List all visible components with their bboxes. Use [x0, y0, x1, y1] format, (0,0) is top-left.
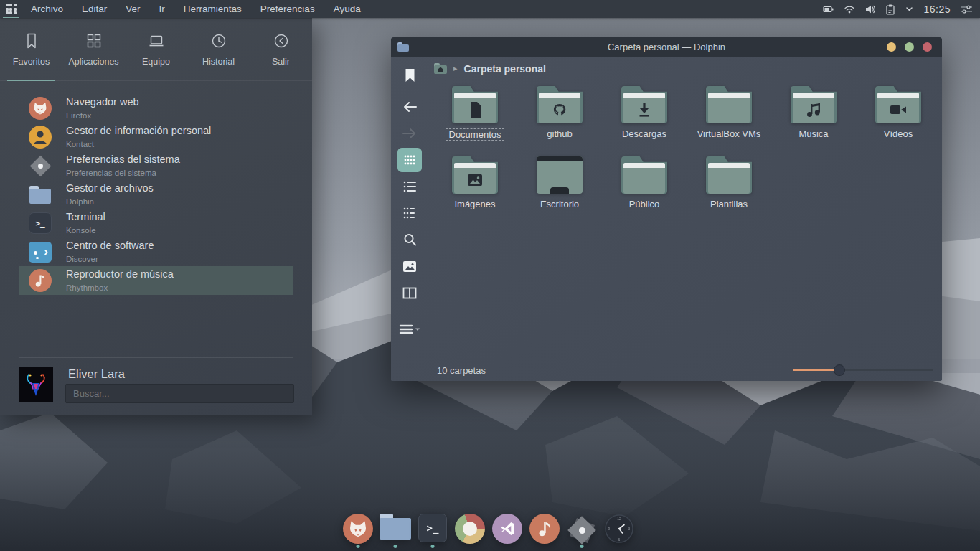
folder-label: Música: [796, 128, 831, 139]
folder-imagenes[interactable]: Imágenes: [433, 156, 517, 227]
battery-icon[interactable]: [823, 4, 834, 15]
close-button[interactable]: [923, 42, 932, 52]
breadcrumb-location[interactable]: Carpeta personal: [464, 63, 546, 75]
app-item-konsole[interactable]: >_ TerminalKonsole: [19, 209, 293, 237]
tab-aplicaciones[interactable]: Aplicaciones: [62, 18, 125, 80]
window-folder-icon: [397, 42, 409, 52]
preview-icon[interactable]: [397, 254, 422, 278]
zoom-slider[interactable]: [793, 364, 933, 376]
folder-label: VirtualBox VMs: [694, 128, 764, 139]
icons-view-icon[interactable]: [397, 148, 422, 172]
titlebar[interactable]: Carpeta personal — Dolphin: [391, 37, 942, 57]
folder-musica[interactable]: Música: [771, 86, 856, 156]
folder-videos[interactable]: Vídeos: [856, 86, 941, 156]
dock-item-file-manager[interactable]: [380, 512, 410, 550]
file-manager-icon: [29, 183, 52, 206]
dock-item-music-player[interactable]: [529, 512, 560, 550]
menu-archivo[interactable]: Archivo: [22, 0, 72, 18]
tab-historial[interactable]: Historial: [187, 18, 250, 80]
app-title: Preferencias del sistema: [66, 154, 180, 165]
folder-icon-download: [621, 86, 667, 123]
app-item-discover[interactable]: › Centro de softwareDiscover: [19, 237, 293, 266]
menu-herramientas[interactable]: Herramientas: [174, 0, 251, 18]
app-title: Gestor de información personal: [66, 125, 211, 136]
folder-label: Documentos: [446, 128, 505, 141]
folder-documentos[interactable]: Documentos: [433, 86, 517, 156]
favorites-list: Navegador webFirefox Gestor de informaci…: [0, 94, 312, 295]
breadcrumb: ▸ Carpeta personal: [428, 57, 942, 80]
folder-escritorio[interactable]: Escritorio: [517, 156, 602, 227]
wifi-icon[interactable]: [844, 4, 855, 15]
dolphin-toolbar: [391, 57, 428, 381]
dock-item-firefox[interactable]: [343, 512, 373, 550]
svg-text:9: 9: [608, 527, 611, 531]
folder-descargas[interactable]: Descargas: [602, 86, 687, 156]
svg-text:12: 12: [617, 517, 621, 521]
menu-editar[interactable]: Editar: [72, 0, 116, 18]
menubar-menus: Archivo Editar Ver Ir Herramientas Prefe…: [22, 0, 370, 18]
forward-icon[interactable]: [397, 121, 422, 146]
terminal-icon: >_: [29, 212, 52, 234]
app-item-firefox[interactable]: Navegador webFirefox: [19, 94, 293, 123]
app-item-rhythmbox[interactable]: Reproductor de músicaRhythmbox: [19, 266, 293, 295]
details-view-icon[interactable]: [397, 201, 422, 225]
folder-icon-plain: [706, 156, 752, 194]
firefox-icon: [29, 97, 52, 120]
maximize-button[interactable]: [905, 42, 914, 52]
dock-item-vscode[interactable]: [492, 512, 522, 550]
tab-favoritos[interactable]: Favoritos: [0, 18, 62, 80]
volume-icon[interactable]: [864, 4, 876, 15]
menu-ver[interactable]: Ver: [116, 0, 149, 18]
compact-view-icon[interactable]: [397, 174, 422, 199]
status-text: 10 carpetas: [437, 365, 486, 376]
running-indicator: [394, 545, 397, 548]
app-item-systemsettings[interactable]: Preferencias del sistemaPreferencias del…: [19, 151, 293, 180]
folder-virtualbox-vms[interactable]: VirtualBox VMs: [687, 86, 771, 156]
folder-label: github: [544, 128, 575, 139]
tab-equipo[interactable]: Equipo: [125, 18, 187, 80]
avatar[interactable]: [19, 367, 53, 402]
app-launcher-button[interactable]: [0, 0, 22, 18]
app-item-kontact[interactable]: Gestor de información personalKontact: [19, 123, 293, 151]
top-menubar: Archivo Editar Ver Ir Herramientas Prefe…: [0, 0, 980, 18]
bookmark-icon[interactable]: [397, 63, 422, 88]
menu-preferencias[interactable]: Preferencias: [251, 0, 324, 18]
app-item-dolphin[interactable]: Gestor de archivosDolphin: [19, 180, 293, 209]
dock-item-terminal[interactable]: >_: [418, 512, 448, 550]
computer-icon: [147, 32, 166, 50]
chevron-down-icon[interactable]: [905, 4, 914, 14]
search-input[interactable]: [65, 384, 294, 403]
folder-label: Plantillas: [707, 199, 750, 209]
bookmark-icon: [22, 32, 41, 50]
running-indicator: [580, 545, 584, 548]
minimize-button[interactable]: [887, 42, 896, 52]
dock-item-clock-widget[interactable]: 12369: [604, 512, 634, 550]
folder-plantillas[interactable]: Plantillas: [687, 156, 771, 227]
folder-github[interactable]: github: [517, 86, 602, 156]
tab-salir[interactable]: Salir: [250, 18, 312, 80]
dock-item-chrome[interactable]: [455, 512, 485, 550]
firefox-icon: [343, 514, 373, 544]
app-subtitle: Rhythmbox: [66, 283, 108, 292]
separator: [19, 357, 293, 358]
clock[interactable]: 16:25: [923, 4, 951, 15]
kontact-icon: [29, 126, 52, 149]
clipboard-icon[interactable]: [885, 4, 895, 15]
menu-icon[interactable]: [397, 317, 422, 342]
tab-label: Favoritos: [13, 57, 50, 67]
panel-tweaks-icon[interactable]: [960, 4, 973, 15]
tab-label: Historial: [202, 57, 235, 67]
back-icon[interactable]: [397, 95, 422, 119]
search-icon[interactable]: [397, 227, 422, 252]
folder-publico[interactable]: Público: [602, 156, 687, 227]
menu-ayuda[interactable]: Ayuda: [324, 0, 370, 18]
discover-icon: ›: [29, 242, 52, 263]
tab-label: Aplicaciones: [68, 57, 118, 67]
dock-item-system-settings[interactable]: [567, 512, 597, 550]
home-folder-icon[interactable]: [434, 63, 447, 74]
split-icon[interactable]: [397, 281, 422, 305]
menu-ir[interactable]: Ir: [150, 0, 174, 18]
zoom-slider-handle[interactable]: [834, 364, 845, 376]
file-manager-icon: [380, 514, 411, 540]
folder-view: Documentos github Descargas: [428, 80, 942, 359]
